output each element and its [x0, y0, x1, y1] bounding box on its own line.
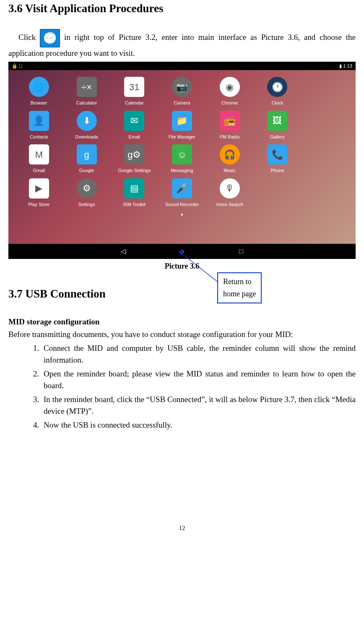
apps-icon	[40, 29, 60, 47]
storage-intro: Before transmitting documents, you have …	[8, 329, 356, 341]
lock-icon: 🔒	[12, 63, 18, 70]
page-number: 12	[8, 523, 356, 533]
gmail-icon: M	[29, 144, 49, 165]
app-file-manager[interactable]: 📁File Manager	[158, 111, 206, 141]
messaging-icon: ☺	[172, 144, 192, 165]
callout-line2: home page	[223, 290, 256, 298]
callout-box: Return to home page	[217, 272, 262, 303]
app-label: Calendar	[125, 99, 144, 107]
fm-radio-icon: 📻	[220, 111, 240, 131]
app-label: Email	[129, 133, 140, 141]
tab-icon: ⎕	[19, 63, 22, 70]
app-email[interactable]: ✉Email	[110, 111, 158, 141]
app-fm-radio[interactable]: 📻FM Radio	[206, 111, 254, 141]
calendar-icon: 31	[124, 77, 144, 97]
app-label: Calculator	[76, 99, 97, 107]
figure-caption: Picture 3.6	[8, 261, 356, 272]
subheading-mid-storage: MID storage configuration	[8, 316, 356, 328]
step-4: Now the USB is connected successfully.	[41, 419, 356, 431]
app-label: Gmail	[33, 167, 45, 174]
step-2: Open the reminder board; please view the…	[41, 368, 356, 392]
app-chrome[interactable]: ◉Chrome	[206, 77, 254, 107]
nav-bar: ◁ ○ □	[8, 244, 356, 259]
phone-icon: 📞	[267, 144, 287, 165]
app-spacer	[301, 77, 349, 107]
step-3: In the reminder board, click the “USB Co…	[41, 394, 356, 418]
app-label: Gallery	[270, 133, 285, 141]
app-messaging[interactable]: ☺Messaging	[158, 144, 206, 174]
intro-text-before: Click	[18, 33, 36, 42]
chrome-icon: ◉	[220, 77, 240, 97]
nav-recent-icon[interactable]: □	[239, 246, 243, 256]
app-music[interactable]: 🎧Music	[206, 144, 254, 174]
clock-icon: 🕐	[267, 77, 287, 97]
app-camera[interactable]: 📷Camera	[158, 77, 206, 107]
sim-toolkit-icon: ▤	[124, 178, 144, 198]
app-calendar[interactable]: 31Calendar	[110, 77, 158, 107]
app-label: Music	[224, 167, 236, 174]
app-label: Voice Search	[216, 201, 243, 208]
settings-icon: ⚙	[77, 178, 97, 198]
callout-line1: Return to	[223, 277, 252, 286]
app-label: Sound Recorder	[165, 201, 199, 208]
camera-icon: 📷	[172, 77, 192, 97]
clock-text: 1:13	[343, 63, 352, 70]
app-gmail[interactable]: MGmail	[15, 144, 63, 174]
app-label: Settings	[78, 201, 95, 208]
nav-back-icon[interactable]: ◁	[121, 246, 126, 256]
app-label: Play Store	[28, 201, 49, 208]
intro-paragraph: Click in right top of Picture 3.2, enter…	[8, 29, 356, 60]
battery-icon: ▮	[339, 63, 342, 70]
app-spacer	[301, 111, 349, 141]
screenshot-picture-3-6: 🔒 ⎕ ▮ 1:13 🌐Browser÷×Calculator31Calenda…	[8, 62, 356, 259]
file-manager-icon: 📁	[172, 111, 192, 131]
app-label: Browser	[31, 99, 47, 107]
app-contacts[interactable]: 👤Contacts	[15, 111, 63, 141]
app-sound-recorder[interactable]: 🎤Sound Recorder	[158, 178, 206, 208]
app-voice-search[interactable]: 🎙Voice Search	[206, 178, 254, 208]
intro-text-after: in right top of Picture 3.2, enter into …	[8, 33, 356, 57]
app-settings[interactable]: ⚙Settings	[63, 178, 111, 208]
sound-recorder-icon: 🎤	[172, 178, 192, 198]
app-downloads[interactable]: ⬇Downloads	[63, 111, 111, 141]
google-icon: g	[77, 144, 97, 165]
app-google[interactable]: gGoogle	[63, 144, 111, 174]
step-1: Connect the MID and computer by USB cabl…	[41, 342, 356, 366]
app-label: Phone	[271, 167, 284, 174]
app-calculator[interactable]: ÷×Calculator	[63, 77, 111, 107]
app-browser[interactable]: 🌐Browser	[15, 77, 63, 107]
app-label: Contacts	[30, 133, 48, 141]
voice-search-icon: 🎙	[220, 178, 240, 198]
page-indicator: •	[8, 209, 356, 221]
contacts-icon: 👤	[29, 111, 49, 131]
play-store-icon: ▶	[29, 178, 49, 198]
google-settings-icon: g⚙	[124, 144, 144, 165]
app-label: Clock	[272, 99, 283, 107]
app-google-settings[interactable]: g⚙Google Settings	[110, 144, 158, 174]
app-sim-toolkit[interactable]: ▤SIM Toolkit	[110, 178, 158, 208]
app-label: SIM Toolkit	[123, 201, 146, 208]
app-clock[interactable]: 🕐Clock	[254, 77, 302, 107]
app-phone[interactable]: 📞Phone	[254, 144, 302, 174]
app-label: Google Settings	[118, 167, 151, 174]
browser-icon: 🌐	[29, 77, 49, 97]
email-icon: ✉	[124, 111, 144, 131]
app-spacer	[301, 144, 349, 174]
app-play-store[interactable]: ▶Play Store	[15, 178, 63, 208]
section-title-3-6: 3.6 Visit Application Procedures	[8, 0, 356, 17]
app-label: Downloads	[75, 133, 98, 141]
app-label: Google	[79, 167, 94, 174]
downloads-icon: ⬇	[77, 111, 97, 131]
steps-list: Connect the MID and computer by USB cabl…	[8, 342, 356, 431]
music-icon: 🎧	[220, 144, 240, 165]
section-title-3-7: 3.7 USB Connection	[8, 285, 356, 303]
app-label: Messaging	[171, 167, 193, 174]
app-label: FM Radio	[220, 133, 240, 141]
app-label: Chrome	[221, 99, 238, 107]
nav-home-icon[interactable]: ○	[180, 246, 185, 256]
status-bar: 🔒 ⎕ ▮ 1:13	[8, 62, 356, 70]
app-label: File Manager	[169, 133, 195, 141]
gallery-icon: 🖼	[267, 111, 287, 131]
app-gallery[interactable]: 🖼Gallery	[254, 111, 302, 141]
app-label: Camera	[174, 99, 190, 107]
